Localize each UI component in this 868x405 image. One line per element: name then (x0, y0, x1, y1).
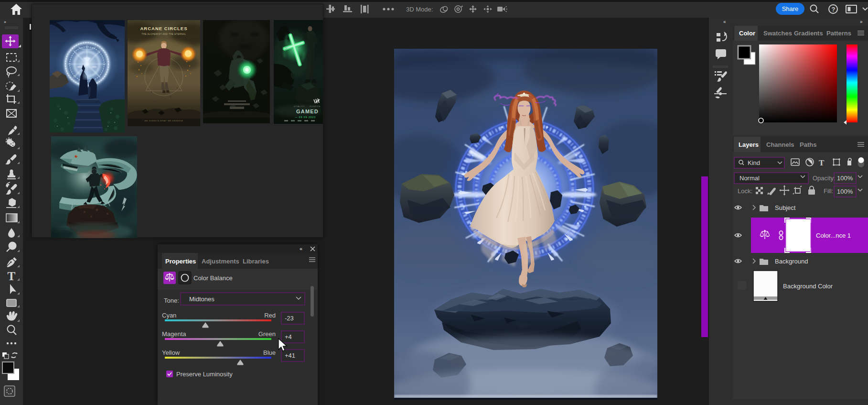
svg-text:Yellow: Yellow (162, 349, 180, 356)
svg-text:100%: 100% (837, 188, 853, 195)
svg-text:Kind: Kind (748, 159, 760, 166)
svg-text:Libraries: Libraries (243, 258, 269, 265)
svg-text:Layers: Layers (739, 141, 759, 148)
svg-text:Gradients: Gradients (794, 30, 823, 37)
svg-text:«: « (723, 19, 726, 24)
svg-text:GAMED: GAMED (296, 109, 319, 114)
svg-text:Red: Red (264, 312, 276, 319)
svg-text:WE SUMMON WHAT WE DESERVE: WE SUMMON WHAT WE DESERVE (144, 120, 183, 122)
svg-text:+41: +41 (285, 352, 295, 359)
svg-text:Background: Background (775, 258, 808, 265)
svg-text:Color: Color (739, 30, 755, 37)
svg-text:Subject: Subject (775, 204, 796, 211)
svg-text:?: ? (832, 6, 836, 13)
svg-text:Tone:: Tone: (164, 297, 179, 304)
svg-text:T: T (819, 158, 825, 167)
svg-text:Background Color: Background Color (783, 283, 833, 290)
svg-text:Magenta: Magenta (162, 330, 186, 338)
svg-text:»: » (860, 19, 863, 24)
svg-text:Color...nce 1: Color...nce 1 (816, 232, 851, 239)
svg-text:Opacity:: Opacity: (813, 175, 836, 182)
svg-text:Fill:: Fill: (824, 187, 833, 195)
svg-text:Green: Green (258, 330, 276, 338)
svg-text:Normal: Normal (739, 175, 760, 182)
svg-text:Blue: Blue (263, 349, 276, 356)
svg-text:Adjustments: Adjustments (202, 258, 239, 265)
svg-text:Lock:: Lock: (738, 187, 752, 195)
svg-text:ARCANE CIRCLES: ARCANE CIRCLES (140, 26, 188, 31)
svg-text:— 09 09 2022: — 09 09 2022 (295, 116, 316, 119)
svg-text:T: T (8, 270, 16, 283)
svg-text:Preserve Luminosity: Preserve Luminosity (176, 371, 233, 378)
svg-text:Channels: Channels (766, 141, 794, 148)
svg-text:Swatches: Swatches (763, 30, 792, 37)
svg-text:3D Mode:: 3D Mode: (406, 6, 433, 13)
svg-text:VITALITY ··· POSPITE: VITALITY ··· POSPITE (294, 105, 321, 108)
svg-text:Midtones: Midtones (189, 296, 214, 303)
svg-text:«: « (300, 246, 302, 252)
svg-text:Paths: Paths (800, 141, 816, 148)
svg-text:Properties: Properties (165, 258, 196, 265)
svg-text:Cyan: Cyan (162, 312, 176, 319)
svg-text:Pattern​s: Pattern​s (826, 30, 851, 37)
svg-text:THE ALCHEMIST AND THE ETERNAL: THE ALCHEMIST AND THE ETERNAL (142, 33, 186, 35)
svg-text:»: » (4, 20, 6, 24)
svg-text:100%: 100% (837, 175, 853, 182)
svg-text:Color Balance: Color Balance (193, 274, 233, 282)
svg-text:-23: -23 (285, 315, 294, 322)
